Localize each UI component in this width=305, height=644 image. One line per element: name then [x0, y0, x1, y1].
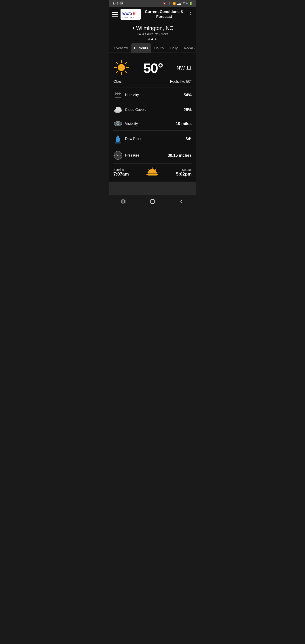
- eye-icon: [113, 120, 122, 127]
- android-recent-apps-button[interactable]: [117, 197, 130, 206]
- visibility-value: 10 miles: [176, 122, 192, 126]
- logo-letter: 5: [133, 11, 136, 16]
- svg-line-4: [116, 62, 118, 64]
- sunset-time: 5:02pm: [176, 172, 192, 177]
- svg-point-13: [116, 107, 119, 110]
- location-name: ★ Wilmington, NC: [109, 25, 196, 31]
- dewpoint-label: Dew Point: [125, 137, 141, 141]
- android-home-button[interactable]: [146, 197, 159, 206]
- tab-hourly[interactable]: Hourly: [151, 44, 167, 52]
- logo-text-wway: WWAY: [122, 12, 132, 16]
- signal-icon: ▂▄: [177, 2, 181, 5]
- wifi-icon: 📶: [172, 2, 176, 5]
- svg-rect-37: [125, 200, 125, 203]
- add-location-icon[interactable]: +: [154, 38, 156, 41]
- sunrise-label: Sunrise: [113, 168, 124, 172]
- location-status-icon: 📍: [168, 2, 171, 5]
- pin-icon: ★: [132, 26, 135, 31]
- humidity-icon: [113, 91, 122, 99]
- top-nav-bar: WWAY 5 STORMTRACK Current Conditions &Fo…: [109, 7, 196, 22]
- svg-rect-36: [123, 200, 124, 203]
- svg-rect-38: [150, 200, 154, 204]
- tab-bar: Overview Currents Hourly Daily Radar ›: [109, 44, 196, 53]
- pressure-label: Pressure: [125, 154, 139, 158]
- dewpoint-row: Dew Point 34°: [113, 130, 192, 147]
- logo-subtext: STORMTRACK: [122, 16, 136, 18]
- svg-point-8: [118, 64, 125, 71]
- tab-radar[interactable]: Radar ›: [181, 44, 196, 52]
- cloud-value: 25%: [184, 108, 192, 112]
- weather-content: 50° NW 11 Clear Feels like 50° Humidity …: [109, 53, 196, 182]
- sunrise-sunset-row: Sunrise 7:07am Sunset 5:02pm: [113, 164, 192, 182]
- notification-badge: 24: [120, 1, 124, 5]
- humidity-label: Humidity: [125, 93, 139, 97]
- svg-line-5: [125, 71, 127, 73]
- android-back-button[interactable]: [175, 197, 188, 206]
- bottom-spacer: [109, 182, 196, 195]
- app-logo: WWAY 5 STORMTRACK: [120, 9, 141, 20]
- dewpoint-icon: [113, 134, 122, 144]
- status-time: 3:49: [112, 2, 118, 5]
- page-title: Current Conditions &Forecast: [143, 10, 185, 19]
- dot-2: [152, 38, 153, 40]
- menu-button[interactable]: [112, 12, 118, 16]
- battery-pct: 25%: [182, 2, 188, 5]
- sunrise-time: 7:07am: [113, 172, 129, 177]
- status-right: 🔇 📍 📶 ▂▄ 25% 🔋: [163, 2, 192, 5]
- location-address: 1404 South 7th Street: [109, 32, 196, 36]
- dewpoint-value: 34°: [186, 137, 192, 141]
- svg-line-7: [116, 71, 118, 73]
- humidity-value: 54%: [184, 93, 192, 98]
- feels-like-text: Feels like 50°: [170, 80, 192, 84]
- pressure-row: Pressure 30.15 inches: [113, 147, 192, 164]
- pressure-value: 30.15 inches: [168, 153, 192, 158]
- android-nav-bar: [109, 195, 196, 208]
- pressure-icon: [113, 151, 122, 160]
- more-options-button[interactable]: ⋮: [188, 12, 193, 17]
- tab-overview[interactable]: Overview: [111, 44, 131, 52]
- svg-line-30: [155, 169, 156, 170]
- cloud-cover-row: Cloud Cover: 25%: [113, 103, 192, 117]
- mute-icon: 🔇: [163, 2, 166, 5]
- svg-line-6: [125, 62, 127, 64]
- temperature-display: 50°: [143, 60, 163, 76]
- current-main-row: 50° NW 11: [113, 57, 192, 78]
- humidity-row: Humidity 54%: [113, 87, 192, 103]
- sunset-label: Sunset: [182, 168, 192, 172]
- cloud-label: Cloud Cover:: [125, 108, 146, 112]
- battery-icon: 🔋: [189, 2, 192, 5]
- cloud-icon: [113, 106, 122, 113]
- condition-text: Clear: [113, 80, 122, 84]
- status-bar: 3:49 24 🔇 📍 📶 ▂▄ 25% 🔋: [109, 0, 196, 7]
- svg-point-17: [118, 123, 118, 124]
- svg-line-29: [148, 169, 149, 170]
- location-dot-indicators: +: [109, 38, 196, 41]
- tab-currents[interactable]: Currents: [131, 44, 152, 52]
- sun-icon: [113, 60, 130, 76]
- svg-point-27: [118, 155, 118, 156]
- location-section: ★ Wilmington, NC 1404 South 7th Street +: [109, 22, 196, 44]
- sunset-block: Sunset 5:02pm: [176, 168, 192, 177]
- condition-row: Clear Feels like 50°: [113, 78, 192, 87]
- visibility-label: Visibility: [125, 122, 138, 126]
- horizon-sun-icon: [146, 167, 158, 177]
- svg-rect-35: [122, 200, 123, 203]
- wind-display: NW 11: [177, 65, 192, 71]
- visibility-row: Visibility 10 miles: [113, 117, 192, 130]
- dot-1: [148, 38, 150, 40]
- sunrise-block: Sunrise 7:07am: [113, 168, 129, 177]
- tab-daily[interactable]: Daily: [167, 44, 181, 52]
